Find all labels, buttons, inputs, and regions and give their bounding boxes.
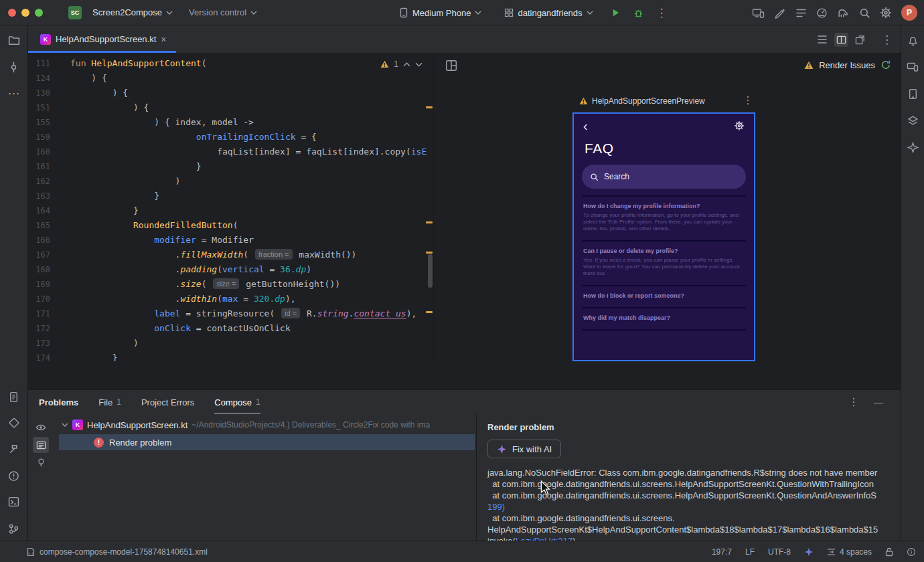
faq-item[interactable]: How do I block or report someone? [582, 285, 746, 307]
terminal-tool-icon[interactable] [6, 494, 22, 510]
project-tool-icon[interactable] [6, 32, 22, 48]
detach-editor-icon[interactable] [855, 35, 865, 45]
layers-tool-icon[interactable] [905, 112, 921, 128]
panel-tab-compose[interactable]: Compose1 [214, 390, 260, 414]
device-selector[interactable]: Medium Phone [394, 5, 487, 21]
screen-title: FAQ [574, 131, 754, 157]
faq-item[interactable]: Can I pause or delete my profile?Yes. If… [582, 240, 746, 285]
error-stripe-mark[interactable] [426, 311, 433, 313]
line-separator[interactable]: LF [745, 547, 755, 557]
ai-assistant-icon[interactable] [774, 7, 786, 19]
code-line: 111fun HelpAndSupportContent( [28, 56, 433, 71]
device-mirroring-icon[interactable] [752, 7, 765, 19]
fix-with-ai-label: Fix with AI [512, 444, 552, 454]
panel-kebab-icon[interactable]: ⋮ [848, 397, 859, 407]
gemini-status-icon[interactable] [804, 547, 814, 557]
preview-frame[interactable]: ‹ FAQ Search How do I change my profile … [572, 112, 755, 361]
stack-trace: java.lang.NoSuchFieldError: Class com.ib… [487, 467, 890, 547]
error-stripe-mark[interactable] [426, 106, 433, 108]
panel-title[interactable]: Problems [39, 390, 78, 414]
version-control-tool-icon[interactable] [6, 521, 22, 537]
project-icon-badge: SC [68, 6, 82, 19]
code-line: 161 } [28, 159, 433, 174]
faq-item[interactable]: How do I change my profile information?T… [582, 195, 746, 240]
project-selector[interactable]: Screen2Compose [87, 5, 178, 20]
render-problem-row[interactable]: ! Render problem [59, 434, 475, 450]
commit-tool-icon[interactable] [6, 59, 22, 75]
app-inspection-tool-icon[interactable] [6, 415, 22, 431]
tab-close-icon[interactable]: × [161, 35, 166, 44]
gemini-tool-icon[interactable] [905, 139, 921, 155]
chevron-down-icon[interactable] [62, 423, 68, 427]
minimize-window-button[interactable] [21, 9, 29, 17]
next-issue-icon[interactable] [415, 62, 422, 67]
inspections-widget[interactable]: 1 [378, 58, 425, 70]
code-editor[interactable]: 111fun HelpAndSupportContent(124 ) {130 … [28, 54, 434, 361]
more-tool-windows-icon[interactable]: ⋯ [6, 86, 22, 102]
user-avatar[interactable]: P [901, 5, 917, 21]
build-tool-icon[interactable] [6, 441, 22, 457]
workspace: 111fun HelpAndSupportContent(124 ) {130 … [28, 54, 901, 361]
search-everywhere-icon[interactable] [859, 7, 870, 19]
open-files-list-icon[interactable] [817, 35, 828, 44]
compose-preview-pane: Render Issues HelpAndSupportScreenPrevie… [435, 54, 901, 361]
run-button[interactable] [611, 7, 621, 18]
debug-button[interactable] [633, 7, 644, 19]
code-line: 165 RoundedFilledButton( [28, 218, 433, 233]
caret-position[interactable]: 197:7 [712, 547, 732, 557]
panel-tab-project-errors[interactable]: Project Errors [141, 390, 194, 414]
fullscreen-window-button[interactable] [35, 9, 43, 17]
problems-panel: Problems File1Project ErrorsCompose1 ⋮ — [28, 389, 901, 562]
tabbar-kebab-icon[interactable]: ⋮ [881, 34, 893, 45]
statusbar-file[interactable]: compose-compose-model-1758748140651.xml [0, 547, 208, 557]
project-name: Screen2Compose [92, 7, 162, 17]
settings-gear-icon[interactable] [880, 7, 892, 19]
split-editor-icon[interactable] [834, 33, 848, 47]
view-options-icon[interactable] [33, 437, 49, 453]
todo-list-icon[interactable] [795, 8, 807, 18]
running-devices-tool-icon[interactable] [905, 59, 921, 75]
status-info-icon[interactable] [907, 547, 916, 557]
search-icon [590, 173, 599, 181]
profiler-icon[interactable] [816, 7, 828, 19]
render-issues-button[interactable]: Render Issues [804, 60, 891, 70]
problems-file-row[interactable]: K HelpAndSupportScreen.kt ~/AndroidStudi… [54, 417, 476, 433]
panel-minimize-icon[interactable]: — [874, 397, 883, 407]
error-stripe-mark[interactable] [426, 252, 433, 254]
quick-fix-bulb-icon[interactable] [33, 454, 49, 470]
stack-line: HelpAndSupportScreenKt$HelpAndSupportCon… [487, 524, 890, 535]
stack-line: java.lang.NoSuchFieldError: Class com.ib… [487, 467, 890, 478]
problems-tool-icon[interactable] [6, 468, 22, 484]
refresh-icon[interactable] [880, 60, 891, 70]
panel-tab-file[interactable]: File1 [98, 390, 121, 414]
faq-item[interactable]: Why did my match disappear? [582, 307, 746, 331]
preview-title-row[interactable]: HelpAndSupportScreenPreview [579, 96, 705, 106]
chevron-down-icon [587, 11, 593, 15]
preview-kebab-icon[interactable]: ⋮ [743, 95, 753, 106]
file-encoding[interactable]: UTF-8 [768, 547, 791, 557]
panel-tabbar: Problems File1Project ErrorsCompose1 ⋮ — [28, 390, 901, 414]
editor-tab[interactable]: K HelpAndSupportScreen.kt × [28, 25, 176, 53]
vcs-label: Version control [189, 7, 246, 17]
gradle-sync-icon[interactable] [837, 7, 850, 19]
notifications-bell-icon[interactable] [905, 32, 921, 48]
indent-widget[interactable]: 4 spaces [827, 547, 872, 557]
more-actions-kebab-icon[interactable]: ⋮ [656, 7, 668, 19]
error-stripe-mark[interactable] [426, 221, 433, 223]
problems-tree: K HelpAndSupportScreen.kt ~/AndroidStudi… [54, 414, 476, 562]
lock-icon[interactable] [885, 547, 893, 557]
panel-tabs: File1Project ErrorsCompose1 [98, 390, 260, 414]
fix-with-ai-button[interactable]: Fix with AI [487, 440, 561, 458]
close-window-button[interactable] [8, 9, 16, 17]
logcat-tool-icon[interactable] [6, 389, 22, 405]
editor-scrollbar[interactable] [428, 254, 433, 288]
device-manager-tool-icon[interactable] [905, 86, 921, 102]
preview-layout-icon[interactable] [445, 60, 457, 72]
stack-link[interactable]: 199) [487, 502, 505, 512]
run-config-selector[interactable]: datingandfriends [499, 5, 598, 21]
prev-issue-icon[interactable] [403, 62, 410, 67]
preview-eye-icon[interactable] [33, 419, 49, 436]
vcs-selector[interactable]: Version control [183, 5, 262, 20]
stack-line: 199) [487, 501, 890, 512]
code-line: 170 .widthIn(max = 320.dp), [28, 292, 433, 306]
